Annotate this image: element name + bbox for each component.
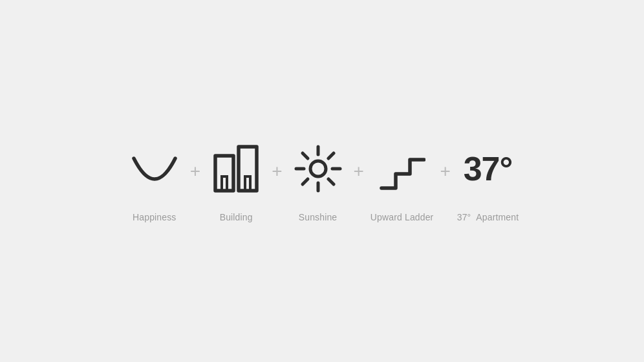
apartment-icon: 37°	[464, 140, 513, 198]
svg-line-11	[328, 153, 334, 158]
sunshine-item: Sunshine	[289, 140, 347, 222]
svg-rect-2	[222, 176, 227, 191]
plus-1: +	[190, 162, 200, 200]
building-icon	[207, 140, 265, 198]
happiness-label: Happiness	[133, 212, 176, 222]
ladder-icon	[373, 140, 431, 198]
apartment-label: Apartment	[476, 212, 519, 222]
svg-line-10	[328, 179, 334, 184]
svg-rect-1	[239, 147, 257, 191]
happiness-item: Happiness	[125, 140, 184, 222]
plus-2: +	[272, 162, 282, 200]
sunshine-label: Sunshine	[299, 212, 338, 222]
svg-rect-0	[215, 156, 233, 191]
apartment-item: 37° 37° Apartment	[457, 140, 519, 222]
apartment-degree-label: 37°	[457, 212, 471, 222]
building-label: Building	[220, 212, 253, 222]
sunshine-icon	[289, 140, 347, 198]
svg-line-9	[303, 153, 308, 158]
main-container: Happiness + Building +	[125, 140, 519, 222]
ladder-item: Upward Ladder	[370, 140, 434, 222]
ladder-label: Upward Ladder	[370, 212, 434, 222]
apartment-value: 37°	[464, 152, 513, 186]
plus-4: +	[440, 162, 450, 200]
plus-3: +	[354, 162, 364, 200]
building-item: Building	[207, 140, 265, 222]
happiness-icon	[125, 140, 184, 198]
svg-rect-3	[245, 176, 250, 191]
svg-point-4	[310, 161, 326, 176]
svg-line-12	[303, 179, 308, 184]
